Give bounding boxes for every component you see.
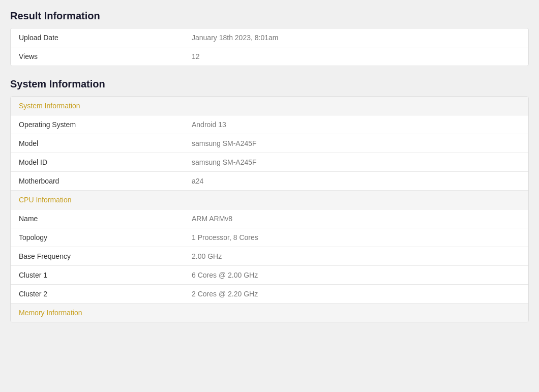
model-id-row: Model ID samsung SM-A245F — [11, 153, 528, 172]
topology-label: Topology — [19, 233, 192, 242]
views-value: 12 — [192, 52, 200, 61]
cluster2-row: Cluster 2 2 Cores @ 2.20 GHz — [11, 285, 528, 304]
motherboard-value: a24 — [192, 177, 203, 185]
operating-system-label: Operating System — [19, 120, 192, 129]
upload-date-label: Upload Date — [19, 34, 192, 42]
model-row: Model samsung SM-A245F — [11, 134, 528, 153]
operating-system-row: Operating System Android 13 — [11, 115, 528, 134]
system-information-section: System Information System Information Op… — [10, 78, 529, 322]
cluster1-row: Cluster 1 6 Cores @ 2.00 GHz — [11, 266, 528, 285]
views-row: Views 12 — [11, 47, 528, 66]
cpu-info-header-label: CPU Information — [19, 196, 71, 204]
result-information-section: Result Information Upload Date January 1… — [10, 10, 529, 66]
system-info-header-label: System Information — [19, 102, 80, 110]
model-label: Model — [19, 139, 192, 147]
model-value: samsung SM-A245F — [192, 139, 257, 147]
base-frequency-value: 2.00 GHz — [192, 252, 222, 260]
cpu-name-row: Name ARM ARMv8 — [11, 209, 528, 228]
topology-value: 1 Processor, 8 Cores — [192, 233, 258, 242]
motherboard-label: Motherboard — [19, 177, 192, 185]
result-information-title: Result Information — [10, 10, 529, 22]
model-id-value: samsung SM-A245F — [192, 158, 257, 166]
memory-info-header-label: Memory Information — [19, 309, 82, 317]
cpu-name-value: ARM ARMv8 — [192, 215, 232, 223]
upload-date-row: Upload Date January 18th 2023, 8:01am — [11, 28, 528, 47]
topology-row: Topology 1 Processor, 8 Cores — [11, 228, 528, 247]
memory-info-header-row: Memory Information — [11, 304, 528, 322]
cluster2-label: Cluster 2 — [19, 290, 192, 298]
base-frequency-row: Base Frequency 2.00 GHz — [11, 247, 528, 266]
cluster1-label: Cluster 1 — [19, 271, 192, 279]
cpu-info-header-row: CPU Information — [11, 191, 528, 209]
views-label: Views — [19, 52, 192, 61]
system-information-card: System Information Operating System Andr… — [10, 96, 529, 322]
model-id-label: Model ID — [19, 158, 192, 166]
cpu-name-label: Name — [19, 215, 192, 223]
upload-date-value: January 18th 2023, 8:01am — [192, 34, 278, 42]
result-information-card: Upload Date January 18th 2023, 8:01am Vi… — [10, 28, 529, 66]
cluster2-value: 2 Cores @ 2.20 GHz — [192, 290, 258, 298]
base-frequency-label: Base Frequency — [19, 252, 192, 260]
system-info-header-row: System Information — [11, 97, 528, 115]
cluster1-value: 6 Cores @ 2.00 GHz — [192, 271, 258, 279]
operating-system-value: Android 13 — [192, 120, 226, 129]
motherboard-row: Motherboard a24 — [11, 172, 528, 191]
system-information-title: System Information — [10, 78, 529, 90]
